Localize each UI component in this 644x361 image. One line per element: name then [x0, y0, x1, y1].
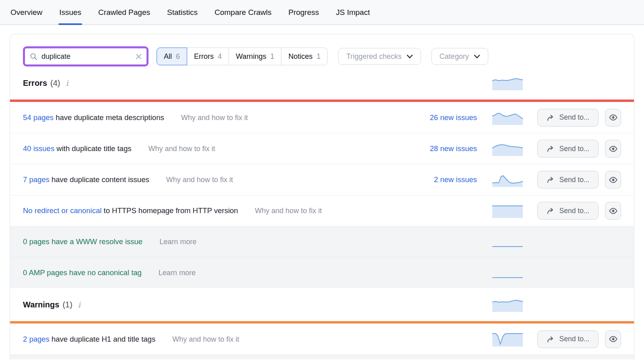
issue-description: have duplicate meta descriptions: [54, 113, 164, 122]
send-to-button[interactable]: Send to...: [537, 171, 599, 189]
issue-trend-sparkline: [492, 141, 523, 156]
search-icon: [30, 53, 37, 60]
why-how-to-fix-link[interactable]: Why and how to fix it: [172, 335, 239, 344]
send-to-label: Send to...: [559, 145, 590, 153]
filter-warnings-count: 1: [270, 52, 274, 61]
filter-warnings-label: Warnings: [236, 52, 266, 61]
send-to-label: Send to...: [559, 335, 590, 343]
category-label: Category: [440, 52, 469, 61]
send-to-button[interactable]: Send to...: [537, 140, 599, 158]
hide-issue-eye-button[interactable]: [605, 202, 621, 220]
hide-issue-eye-button[interactable]: [605, 140, 621, 158]
filter-errors-count: 4: [218, 52, 222, 61]
send-to-label: Send to...: [559, 113, 590, 122]
issue-row-duplicate-meta-descriptions: 54 pages have duplicate meta description…: [10, 102, 634, 133]
issue-trend-sparkline: [492, 203, 523, 218]
why-how-to-fix-link[interactable]: Why and how to fix it: [255, 207, 322, 215]
issue-row-duplicate-content: 7 pages have duplicate content issuesWhy…: [10, 164, 634, 195]
new-issues-link[interactable]: 2 new issues: [434, 175, 477, 184]
filter-errors[interactable]: Errors 4: [187, 48, 229, 65]
issue-text: 40 issues with duplicate title tagsWhy a…: [23, 144, 400, 153]
issue-row-www-resolve: 0 pages have a WWW resolve issueLearn mo…: [10, 226, 634, 257]
clear-search-icon[interactable]: [136, 54, 142, 60]
tab-overview[interactable]: Overview: [10, 8, 43, 24]
filter-warnings[interactable]: Warnings 1: [229, 48, 281, 65]
hide-issue-eye-button[interactable]: [605, 171, 621, 189]
hide-issue-eye-button[interactable]: [605, 109, 621, 127]
chevron-down-icon: [474, 54, 480, 59]
warnings-section-header: Warnings (1) i: [10, 288, 634, 321]
tab-issues[interactable]: Issues: [58, 8, 82, 24]
issue-description: have duplicate content issues: [50, 175, 149, 184]
issue-row-duplicate-h1-title: 2 pages have duplicate H1 and title tags…: [10, 324, 634, 355]
info-icon[interactable]: i: [78, 300, 80, 309]
passed-check-text: 0 pages have a WWW resolve issue: [23, 237, 142, 246]
send-to-label: Send to...: [559, 176, 590, 184]
category-dropdown[interactable]: Category: [431, 48, 488, 65]
tab-progress[interactable]: Progress: [287, 8, 320, 24]
triggered-checks-dropdown[interactable]: Triggered checks: [338, 48, 421, 65]
issue-search-highlight: [23, 46, 149, 66]
eye-icon: [609, 175, 618, 185]
info-icon[interactable]: i: [66, 79, 68, 87]
issue-text: 2 pages have duplicate H1 and title tags…: [23, 335, 400, 344]
eye-icon: [609, 334, 618, 344]
why-how-to-fix-link[interactable]: Why and how to fix it: [148, 145, 215, 153]
issues-panel: All 6 Errors 4 Warnings 1 Notices 1 Trig…: [10, 34, 634, 359]
chevron-down-icon: [407, 54, 413, 59]
warnings-rows: 2 pages have duplicate H1 and title tags…: [10, 324, 634, 355]
tab-compare-crawls[interactable]: Compare Crawls: [214, 8, 272, 24]
issue-count-link[interactable]: No redirect or canonical: [23, 206, 101, 215]
tab-js-impact[interactable]: JS Impact: [335, 8, 371, 24]
issue-text: 7 pages have duplicate content issuesWhy…: [23, 175, 400, 184]
issue-trend-sparkline: [492, 266, 523, 280]
errors-title: Errors: [23, 79, 47, 88]
next-row-partial: [10, 355, 634, 359]
learn-more-link[interactable]: Learn more: [159, 269, 196, 277]
filter-notices-count: 1: [316, 52, 320, 61]
issue-count-link[interactable]: 40 issues: [23, 144, 54, 153]
issue-text: 0 AMP pages have no canonical tagLearn m…: [23, 268, 400, 277]
forward-arrow-icon: [547, 114, 555, 121]
search-input[interactable]: [41, 52, 136, 61]
tab-statistics[interactable]: Statistics: [166, 8, 198, 24]
issue-count-link[interactable]: 54 pages: [23, 113, 54, 122]
send-to-label: Send to...: [559, 207, 590, 215]
send-to-button[interactable]: Send to...: [537, 330, 599, 348]
eye-icon: [609, 144, 618, 154]
filter-notices-label: Notices: [288, 52, 312, 61]
issue-description: to HTTPS homepage from HTTP version: [101, 206, 238, 215]
send-to-button[interactable]: Send to...: [537, 202, 599, 220]
issue-text: 0 pages have a WWW resolve issueLearn mo…: [23, 237, 400, 246]
eye-icon: [609, 113, 618, 122]
why-how-to-fix-link[interactable]: Why and how to fix it: [181, 114, 248, 122]
filter-all-label: All: [164, 52, 172, 61]
new-issues-link[interactable]: 28 new issues: [430, 144, 477, 153]
hide-issue-eye-button[interactable]: [605, 330, 621, 348]
eye-icon: [609, 206, 618, 216]
why-how-to-fix-link[interactable]: Why and how to fix it: [166, 176, 233, 184]
warnings-title: Warnings: [23, 300, 59, 309]
forward-arrow-icon: [547, 145, 555, 152]
warnings-count: (1): [62, 300, 72, 309]
learn-more-link[interactable]: Learn more: [159, 238, 196, 246]
issue-trend-sparkline: [492, 332, 523, 346]
issue-row-amp-canonical: 0 AMP pages have no canonical tagLearn m…: [10, 257, 634, 288]
filter-notices[interactable]: Notices 1: [281, 48, 328, 65]
issue-text: 54 pages have duplicate meta description…: [23, 113, 400, 122]
issue-trend-sparkline: [492, 110, 523, 125]
issue-row-no-https-redirect: No redirect or canonical to HTTPS homepa…: [10, 195, 634, 226]
forward-arrow-icon: [547, 207, 555, 214]
errors-trend-sparkline: [492, 76, 523, 90]
severity-filter-group: All 6 Errors 4 Warnings 1 Notices 1: [157, 48, 328, 65]
issue-count-link[interactable]: 2 pages: [23, 335, 50, 343]
send-to-button[interactable]: Send to...: [537, 109, 599, 127]
filters-toolbar: All 6 Errors 4 Warnings 1 Notices 1 Trig…: [10, 34, 634, 66]
issue-count-link[interactable]: 7 pages: [23, 175, 50, 184]
new-issues-link[interactable]: 26 new issues: [430, 113, 477, 122]
issue-description: with duplicate title tags: [54, 144, 131, 153]
issue-description: have duplicate H1 and title tags: [50, 335, 155, 343]
filter-all[interactable]: All 6: [157, 48, 187, 65]
tab-crawled-pages[interactable]: Crawled Pages: [97, 8, 151, 24]
filter-all-count: 6: [176, 52, 180, 61]
